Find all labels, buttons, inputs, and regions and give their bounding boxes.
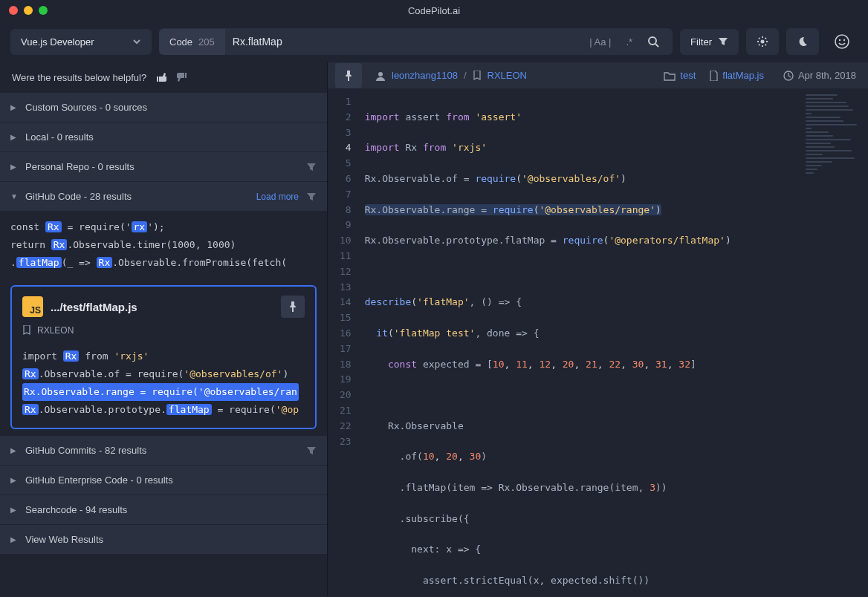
file-icon	[709, 71, 718, 81]
filter-icon[interactable]	[306, 192, 317, 202]
search-tools: | Aa | .*	[586, 33, 667, 50]
chevron-right-icon: ▶	[10, 506, 18, 514]
titlebar: CodePilot.ai	[0, 0, 868, 21]
profile-label: Vue.js Developer	[21, 36, 94, 48]
line-gutter: 1 2 3 4 5 6 7 8 9 10 11 12 13 14 15 16 1…	[328, 88, 359, 596]
toolbar: Vue.js Developer Code 205 | Aa | .* Filt…	[0, 21, 868, 62]
chevron-right-icon: ▶	[10, 163, 18, 171]
theme-button[interactable]	[786, 28, 819, 55]
result-card-selected[interactable]: JS .../test/flatMap.js RXLEON import Rx …	[10, 285, 317, 429]
pinned-indicator[interactable]	[335, 63, 362, 88]
chevron-down-icon	[132, 37, 141, 46]
user-avatar[interactable]	[826, 29, 858, 54]
repo-icon	[473, 71, 482, 81]
svg-point-3	[839, 39, 841, 41]
section-label: Custom Sources - 0 sources	[25, 102, 317, 113]
search-type-chip[interactable]: Code 205	[159, 29, 225, 55]
chevron-right-icon: ▶	[10, 446, 18, 454]
minimize-window[interactable]	[24, 6, 33, 15]
search-input[interactable]	[233, 36, 586, 48]
viewer-header: leonzhang1108 / RXLEON test flatMap.js A…	[328, 62, 868, 88]
filter-icon	[718, 36, 728, 47]
js-file-icon: JS	[22, 296, 43, 317]
section-ghe-code[interactable]: ▶ GitHub Enterprise Code - 0 results	[0, 466, 327, 495]
feedback-row: Were the results below helpful?	[0, 62, 327, 92]
author-link[interactable]: leonzhang1108	[392, 70, 458, 81]
search-count: 205	[198, 36, 215, 48]
section-label: GitHub Commits - 82 results	[25, 445, 299, 456]
chevron-right-icon: ▶	[10, 133, 18, 141]
search-bar: Code 205 | Aa | .*	[159, 28, 673, 55]
code-area[interactable]: import assert from 'assert' import Rx fr…	[359, 88, 801, 596]
results-sidebar: Were the results below helpful? ▶ Custom…	[0, 62, 327, 596]
moon-icon	[797, 36, 809, 48]
feedback-question: Were the results below helpful?	[12, 72, 146, 83]
load-more-link[interactable]: Load more	[256, 192, 299, 202]
match-case-toggle[interactable]: | Aa |	[586, 33, 614, 50]
thumbs-down[interactable]	[176, 71, 188, 83]
profile-selector[interactable]: Vue.js Developer	[10, 29, 152, 55]
filter-icon[interactable]	[306, 162, 317, 172]
close-window[interactable]	[9, 6, 18, 15]
pin-button[interactable]	[281, 296, 305, 318]
chevron-right-icon: ▶	[10, 476, 18, 484]
section-github-commits[interactable]: ▶ GitHub Commits - 82 results	[0, 436, 327, 465]
settings-button[interactable]	[746, 28, 779, 55]
section-searchcode[interactable]: ▶ Searchcode - 94 results	[0, 495, 327, 524]
section-personal-repo[interactable]: ▶ Personal Repo - 0 results	[0, 152, 327, 181]
minimap[interactable]	[801, 88, 868, 596]
section-github-code[interactable]: ▼ GitHub Code - 28 results Load more	[0, 182, 327, 211]
editor: 1 2 3 4 5 6 7 8 9 10 11 12 13 14 15 16 1…	[328, 88, 868, 596]
repo-link[interactable]: RXLEON	[488, 70, 527, 81]
commit-date: Apr 8th, 2018	[783, 70, 856, 81]
code-viewer-panel: leonzhang1108 / RXLEON test flatMap.js A…	[327, 62, 868, 596]
folder-icon	[664, 71, 676, 81]
filter-icon[interactable]	[306, 446, 317, 456]
svg-point-4	[843, 39, 845, 41]
search-icon[interactable]	[644, 33, 662, 50]
pin-icon	[288, 301, 297, 312]
regex-toggle[interactable]: .*	[623, 33, 635, 50]
result-file-path: .../test/flatMap.js	[51, 301, 273, 313]
clock-icon	[783, 71, 794, 81]
pin-icon	[344, 71, 353, 81]
filter-button[interactable]: Filter	[680, 29, 739, 55]
result-preview[interactable]: const Rx = require('rx'); return Rx.Obse…	[0, 211, 327, 279]
svg-point-5	[378, 72, 383, 76]
gear-icon	[757, 36, 768, 48]
repo-icon	[22, 325, 31, 336]
chevron-down-icon: ▼	[10, 192, 18, 200]
user-icon	[375, 71, 386, 81]
result-snippet: import Rx from 'rxjs' Rx.Observable.of =…	[12, 343, 315, 428]
section-label: Searchcode - 94 results	[25, 504, 317, 515]
section-label: Personal Repo - 0 results	[25, 161, 299, 172]
svg-point-1	[761, 40, 765, 44]
window-controls	[9, 6, 48, 15]
section-local[interactable]: ▶ Local - 0 results	[0, 123, 327, 151]
section-label: View Web Results	[25, 534, 317, 545]
result-repo: RXLEON	[37, 325, 74, 336]
section-label: GitHub Enterprise Code - 0 results	[25, 474, 317, 486]
filter-label: Filter	[690, 36, 712, 48]
svg-point-0	[649, 37, 656, 45]
maximize-window[interactable]	[39, 6, 48, 15]
section-label: GitHub Code - 28 results	[25, 191, 249, 202]
folder-crumb[interactable]: test	[664, 70, 696, 81]
section-web-results[interactable]: ▶ View Web Results	[0, 525, 327, 554]
svg-point-2	[835, 35, 849, 48]
search-type-label: Code	[169, 36, 192, 48]
chevron-right-icon: ▶	[10, 103, 18, 111]
smiley-icon	[834, 33, 850, 50]
chevron-right-icon: ▶	[10, 535, 18, 544]
file-crumb[interactable]: flatMap.js	[709, 70, 764, 81]
section-label: Local - 0 results	[25, 131, 317, 143]
app-title: CodePilot.ai	[0, 5, 868, 16]
thumbs-up[interactable]	[155, 71, 167, 83]
section-custom-sources[interactable]: ▶ Custom Sources - 0 sources	[0, 93, 327, 122]
